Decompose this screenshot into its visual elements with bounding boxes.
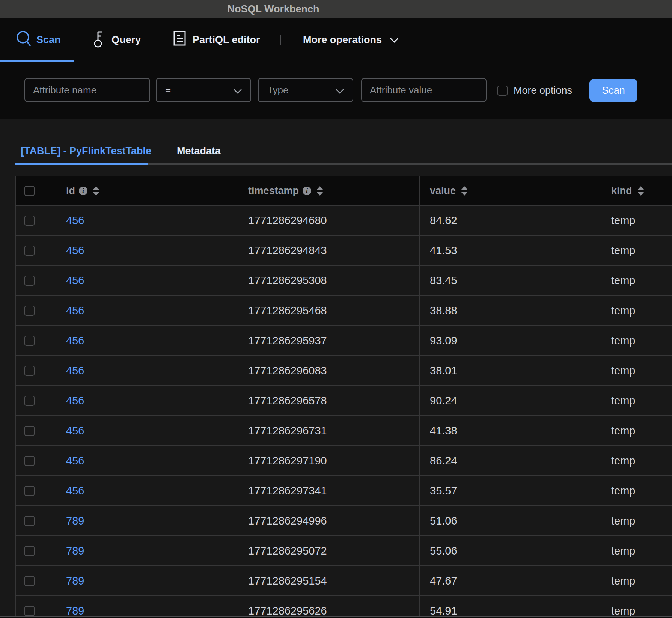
- table-row: 456 1771286297341 35.57 temp: [16, 476, 672, 506]
- scan-button[interactable]: Scan: [589, 79, 637, 102]
- operator-value: =: [165, 84, 171, 96]
- tabs-underline-track: [15, 163, 672, 165]
- row-id-link[interactable]: 456: [66, 335, 84, 347]
- column-header-timestamp[interactable]: timestamp: [248, 185, 299, 197]
- active-tab-underline: [0, 60, 74, 62]
- row-timestamp: 1771286295468: [248, 304, 327, 317]
- row-timestamp: 1771286295937: [248, 335, 327, 347]
- row-kind: temp: [611, 304, 635, 317]
- window-bottom-edge: [0, 616, 672, 618]
- row-id-link[interactable]: 456: [66, 274, 84, 287]
- column-header-kind[interactable]: kind: [611, 185, 632, 197]
- row-timestamp: 1771286294843: [248, 244, 327, 257]
- row-checkbox[interactable]: [24, 276, 35, 286]
- table-row: 456 1771286296731 41.38 temp: [16, 416, 672, 446]
- row-timestamp: 1771286296578: [248, 395, 327, 407]
- row-checkbox[interactable]: [24, 336, 35, 346]
- row-timestamp: 1771286295072: [248, 545, 327, 557]
- row-timestamp: 1771286294680: [248, 214, 327, 227]
- column-header-value[interactable]: value: [430, 185, 456, 197]
- row-timestamp: 1771286296731: [248, 425, 327, 437]
- tab-metadata[interactable]: Metadata: [177, 139, 221, 163]
- row-checkbox[interactable]: [24, 576, 35, 586]
- table-row: 789 1771286295154 47.67 temp: [16, 566, 672, 596]
- table-row: 456 1771286295468 38.88 temp: [16, 296, 672, 326]
- row-value: 41.38: [430, 425, 457, 437]
- more-options-checkbox[interactable]: [497, 86, 508, 96]
- row-value: 51.06: [430, 515, 457, 527]
- row-value: 38.88: [430, 304, 457, 317]
- row-id-link[interactable]: 789: [66, 605, 84, 617]
- tabs-divider: [280, 35, 281, 45]
- row-checkbox[interactable]: [24, 606, 35, 616]
- row-timestamp: 1771286295308: [248, 274, 327, 287]
- row-kind: temp: [611, 605, 635, 617]
- row-id-link[interactable]: 789: [66, 575, 84, 587]
- sort-icon[interactable]: [316, 186, 324, 196]
- row-id-link[interactable]: 456: [66, 455, 84, 467]
- row-timestamp: 1771286296083: [248, 365, 327, 377]
- row-timestamp: 1771286297190: [248, 455, 327, 467]
- table-body: 456 1771286294680 84.62 temp 456 1771286…: [16, 206, 672, 618]
- row-id-link[interactable]: 456: [66, 425, 84, 437]
- table-row: 456 1771286296578 90.24 temp: [16, 386, 672, 416]
- table-header-row: id i timestamp i value: [16, 176, 672, 206]
- row-id-link[interactable]: 789: [66, 545, 84, 557]
- table-row: 456 1771286296083 38.01 temp: [16, 356, 672, 386]
- row-id-link[interactable]: 456: [66, 365, 84, 377]
- sort-icon[interactable]: [92, 186, 100, 196]
- row-value: 93.09: [430, 335, 457, 347]
- sort-icon[interactable]: [637, 186, 645, 196]
- column-header-id[interactable]: id: [66, 185, 75, 197]
- info-icon[interactable]: i: [79, 187, 87, 195]
- attribute-value-input[interactable]: [361, 78, 487, 102]
- row-id-link[interactable]: 456: [66, 214, 84, 227]
- row-checkbox[interactable]: [24, 426, 35, 436]
- row-kind: temp: [611, 244, 635, 257]
- row-kind: temp: [611, 515, 635, 527]
- table-row: 456 1771286294680 84.62 temp: [16, 206, 672, 236]
- row-kind: temp: [611, 214, 635, 227]
- window-title: NoSQL Workbench: [227, 3, 319, 15]
- tab-scan[interactable]: Scan: [36, 18, 61, 62]
- row-value: 83.45: [430, 274, 457, 287]
- row-checkbox[interactable]: [24, 486, 35, 496]
- type-select[interactable]: Type: [258, 78, 353, 102]
- row-value: 35.57: [430, 485, 457, 497]
- type-placeholder: Type: [267, 84, 288, 96]
- tab-query[interactable]: Query: [111, 18, 141, 62]
- chevron-down-icon: [390, 38, 399, 43]
- sort-icon[interactable]: [461, 186, 468, 196]
- row-value: 84.62: [430, 214, 457, 227]
- info-icon[interactable]: i: [303, 187, 311, 195]
- more-operations-menu[interactable]: More operations: [303, 18, 382, 62]
- row-id-link[interactable]: 456: [66, 244, 84, 257]
- row-id-link[interactable]: 789: [66, 515, 84, 527]
- search-icon: [17, 30, 32, 47]
- row-checkbox[interactable]: [24, 546, 35, 556]
- row-checkbox[interactable]: [24, 366, 35, 376]
- tab-partiql-editor[interactable]: PartiQL editor: [193, 18, 260, 62]
- table-row: 456 1771286294843 41.53 temp: [16, 236, 672, 266]
- row-checkbox[interactable]: [24, 396, 35, 406]
- row-checkbox[interactable]: [24, 216, 35, 226]
- operator-select[interactable]: =: [156, 78, 251, 102]
- row-value: 90.24: [430, 395, 457, 407]
- tab-table-pyflinktesttable[interactable]: [TABLE] - PyFlinkTestTable: [21, 139, 151, 163]
- results-table: id i timestamp i value: [15, 176, 672, 618]
- select-all-checkbox[interactable]: [24, 186, 35, 196]
- row-value: 38.01: [430, 365, 457, 377]
- table-row: 789 1771286295626 54.91 temp: [16, 596, 672, 618]
- row-timestamp: 1771286297341: [248, 485, 327, 497]
- row-checkbox[interactable]: [24, 456, 35, 466]
- row-id-link[interactable]: 456: [66, 395, 84, 407]
- attribute-name-input[interactable]: [24, 78, 150, 102]
- scan-filter-bar: = Type More options Scan: [0, 62, 672, 119]
- row-kind: temp: [611, 545, 635, 557]
- row-checkbox[interactable]: [24, 516, 35, 526]
- row-checkbox[interactable]: [24, 246, 35, 256]
- row-checkbox[interactable]: [24, 306, 35, 316]
- row-id-link[interactable]: 456: [66, 304, 84, 317]
- row-value: 41.53: [430, 244, 457, 257]
- row-id-link[interactable]: 456: [66, 485, 84, 497]
